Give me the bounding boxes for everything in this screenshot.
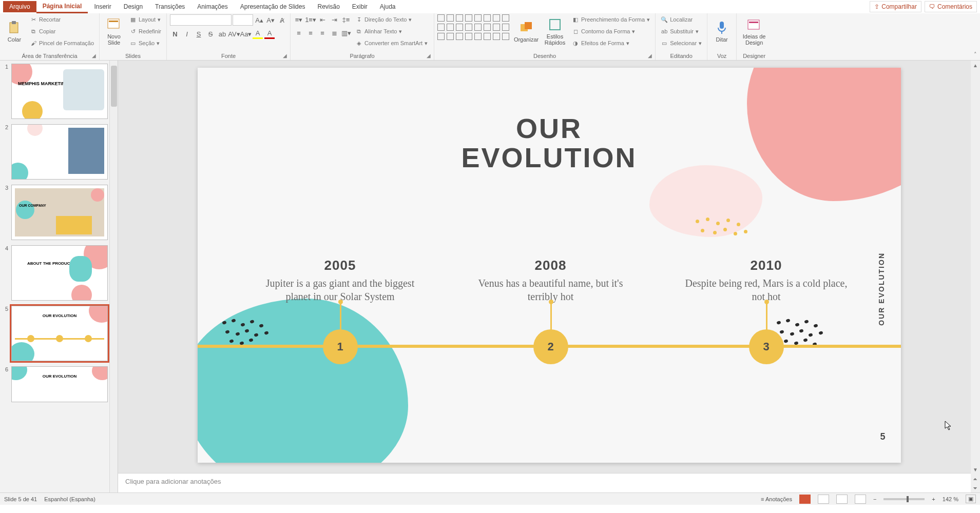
comments-button[interactable]: 🗨Comentários	[925, 1, 977, 12]
strike-button[interactable]: S	[205, 29, 216, 39]
tab-home[interactable]: Página Inicial	[36, 1, 88, 13]
reading-view-button[interactable]	[836, 495, 848, 504]
notes-pane[interactable]: Clique para adicionar anotações	[118, 473, 980, 492]
line-spacing-button[interactable]: ‡≡	[341, 14, 351, 25]
dialog-launcher-icon[interactable]: ◢	[648, 53, 654, 59]
increase-indent-button[interactable]: ⇥	[329, 14, 339, 25]
language-indicator[interactable]: Espanhol (Espanha)	[44, 496, 95, 502]
font-size-input[interactable]	[233, 14, 253, 26]
timeline-entry[interactable]: 2010 Despite being red, Mars is a cold p…	[679, 258, 854, 303]
select-button[interactable]: ▭Selecionar ▾	[659, 38, 704, 48]
scroll-down-icon[interactable]: ▼	[971, 465, 980, 474]
prev-slide-icon[interactable]: ⏶	[971, 474, 980, 483]
slide-thumbnail-selected[interactable]: OUR EVOLUTION	[11, 306, 108, 361]
format-painter-button[interactable]: 🖌Pincel de Formatação	[28, 38, 96, 48]
slide-thumbnail[interactable]: OUR EVOLUTION	[11, 366, 108, 402]
thumb-row[interactable]: 2	[2, 124, 116, 180]
dialog-launcher-icon[interactable]: ◢	[92, 53, 98, 59]
copy-button[interactable]: ⧉Copiar	[28, 26, 96, 36]
arrange-button[interactable]: Organizar	[512, 14, 540, 48]
bullets-button[interactable]: ≡▾	[294, 14, 304, 25]
scroll-up-icon[interactable]: ▲	[971, 61, 980, 70]
sorter-view-button[interactable]	[818, 495, 829, 504]
numbering-button[interactable]: 1≡▾	[305, 14, 316, 25]
thumb-row[interactable]: 1 MEMPHIS MARKETING PLAN	[2, 64, 116, 119]
highlight-button[interactable]: A	[253, 29, 263, 39]
font-color-button[interactable]: A	[264, 29, 275, 39]
font-name-input[interactable]	[170, 14, 232, 26]
slide-thumbnail[interactable]: MEMPHIS MARKETING PLAN	[11, 64, 108, 119]
collapse-ribbon-icon[interactable]: ˄	[971, 13, 980, 60]
align-left-button[interactable]: ≡	[294, 28, 304, 38]
design-ideas-button[interactable]: Ideias de Design	[740, 14, 768, 48]
slide-canvas[interactable]: OUR EVOLUTION 2005 J	[198, 68, 901, 463]
timeline-node[interactable]: 2	[533, 329, 568, 364]
next-slide-icon[interactable]: ⏷	[971, 483, 980, 492]
new-slide-button[interactable]: Novo Slide	[103, 14, 125, 48]
convert-smartart-button[interactable]: ◈Converter em SmartArt ▾	[353, 38, 430, 48]
editor-scrollbar[interactable]: ▲ ▼ ⏶ ⏷	[971, 61, 980, 492]
shape-effects-button[interactable]: ◑Efeitos de Forma ▾	[570, 38, 652, 48]
zoom-out-button[interactable]: −	[873, 496, 876, 502]
decrease-indent-button[interactable]: ⇤	[317, 14, 328, 25]
timeline-node[interactable]: 1	[323, 329, 358, 364]
section-button[interactable]: ▭Seção ▾	[127, 38, 163, 48]
tab-design[interactable]: Design	[118, 1, 149, 12]
fit-to-window-button[interactable]: ▣	[966, 495, 976, 503]
align-text-button[interactable]: ⧉Alinhar Texto ▾	[353, 26, 430, 36]
shape-outline-button[interactable]: ◻Contorno da Forma ▾	[570, 26, 652, 36]
tab-slideshow[interactable]: Apresentação de Slides	[234, 1, 312, 12]
normal-view-button[interactable]	[799, 495, 811, 504]
find-button[interactable]: 🔍Localizar	[659, 14, 704, 25]
timeline-entry[interactable]: 2005 Jupiter is a gas giant and the bigg…	[253, 258, 428, 303]
thumb-row[interactable]: 5 OUR EVOLUTION	[2, 306, 116, 361]
columns-button[interactable]: ▥▾	[341, 28, 351, 38]
tab-review[interactable]: Revisão	[311, 1, 345, 12]
bold-button[interactable]: N	[170, 29, 180, 39]
italic-button[interactable]: I	[182, 29, 192, 39]
shapes-gallery[interactable]	[437, 14, 510, 41]
tab-view[interactable]: Exibir	[346, 1, 374, 12]
zoom-level[interactable]: 142 %	[943, 496, 958, 502]
slide-thumbnail[interactable]: ABOUT THE PRODUCT	[11, 245, 108, 301]
underline-button[interactable]: S	[194, 29, 204, 39]
thumb-row[interactable]: 3 OUR COMPANY	[2, 185, 116, 240]
slide-thumbnail[interactable]: OUR COMPANY	[11, 185, 108, 240]
quick-styles-button[interactable]: Estilos Rápidos	[542, 14, 568, 48]
cut-button[interactable]: ✂Recortar	[28, 14, 96, 25]
share-button[interactable]: ⇪Compartilhar	[870, 1, 921, 12]
dialog-launcher-icon[interactable]: ◢	[427, 53, 433, 59]
text-direction-button[interactable]: ↧Direção do Texto ▾	[353, 14, 430, 25]
tab-insert[interactable]: Inserir	[88, 1, 117, 12]
slideshow-view-button[interactable]	[855, 495, 866, 504]
dictate-button[interactable]: Ditar	[710, 14, 733, 48]
align-right-button[interactable]: ≡	[317, 28, 328, 38]
align-center-button[interactable]: ≡	[305, 28, 316, 38]
decrease-font-icon[interactable]: A▾	[265, 15, 276, 25]
slide-title[interactable]: OUR EVOLUTION	[198, 114, 901, 172]
reset-button[interactable]: ↺Redefinir	[127, 26, 163, 36]
tab-help[interactable]: Ajuda	[374, 1, 402, 12]
timeline-entry[interactable]: 2008 Venus has a beautiful name, but it'…	[464, 258, 638, 303]
file-tab[interactable]: Arquivo	[3, 1, 36, 12]
char-spacing-button[interactable]: AV▾	[229, 29, 239, 39]
change-case-button[interactable]: Aa▾	[241, 29, 251, 39]
tab-transitions[interactable]: Transições	[149, 1, 191, 12]
shape-fill-button[interactable]: ◧Preenchimento da Forma ▾	[570, 14, 652, 25]
timeline-node[interactable]: 3	[749, 329, 784, 364]
zoom-in-button[interactable]: +	[932, 496, 935, 502]
increase-font-icon[interactable]: A▴	[254, 15, 264, 25]
dialog-launcher-icon[interactable]: ◢	[283, 53, 289, 59]
thumbnails-scrollbar[interactable]	[109, 61, 118, 492]
justify-button[interactable]: ≣	[329, 28, 339, 38]
thumb-row[interactable]: 6 OUR EVOLUTION	[2, 366, 116, 402]
paste-button[interactable]: Colar	[3, 14, 26, 48]
thumb-row[interactable]: 4 ABOUT THE PRODUCT	[2, 245, 116, 301]
zoom-slider[interactable]	[883, 498, 925, 500]
notes-toggle[interactable]: ≡ Anotações	[761, 496, 792, 502]
layout-button[interactable]: ▦Layout ▾	[127, 14, 163, 25]
clear-format-icon[interactable]: A̷	[277, 15, 287, 25]
shadow-button[interactable]: ab	[217, 29, 227, 39]
tab-animations[interactable]: Animações	[191, 1, 234, 12]
slide-thumbnail[interactable]	[11, 124, 108, 180]
